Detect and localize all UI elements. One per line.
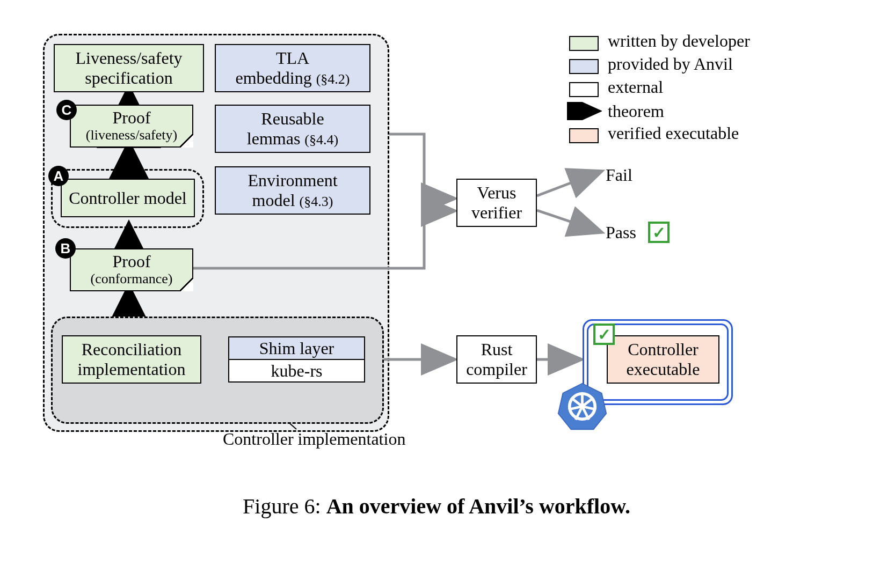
- controller-implementation-label: Controller implementation: [223, 429, 405, 449]
- badge-a: A: [48, 166, 69, 186]
- legend-text-theorem: theorem: [608, 101, 664, 121]
- kubers-text: kube-rs: [271, 361, 323, 381]
- controller-model-box: Controller model: [61, 179, 195, 217]
- tla-embedding: TLA embedding (§4.2): [215, 44, 370, 92]
- liveness-safety-spec: Liveness/safety specification: [54, 44, 204, 92]
- fail-label: Fail: [606, 165, 632, 185]
- kube-rs: kube-rs: [228, 359, 365, 383]
- reconcile-l2: implementation: [78, 359, 186, 379]
- legend-text-anvil: provided by Anvil: [608, 54, 733, 74]
- tla-line2: embedding (§4.2): [235, 68, 350, 88]
- liveness-spec-line2: specification: [85, 68, 172, 88]
- legend-swatch-developer: [569, 36, 599, 51]
- proof-conformance: Proof (conformance): [70, 248, 193, 291]
- legend-text-verified: verified executable: [608, 123, 739, 143]
- rust-l1: Rust: [481, 340, 513, 359]
- proof-ls-main: Proof: [71, 108, 192, 128]
- env-line1: Environment: [248, 171, 337, 190]
- executable-checkmark-icon: ✓: [593, 324, 615, 345]
- reconciliation-implementation: Reconciliation implementation: [62, 335, 201, 384]
- legend-swatch-external: [569, 82, 599, 97]
- legend-swatch-anvil: [569, 59, 599, 74]
- kubernetes-icon: [557, 381, 608, 432]
- legend-text-external: external: [608, 77, 663, 97]
- caption-bold: An overview of Anvil’s workflow.: [326, 494, 630, 518]
- verus-verifier: Verus verifier: [456, 179, 537, 227]
- reusable-lemmas: Reusable lemmas (§4.4): [215, 105, 370, 153]
- environment-model: Environment model (§4.3): [215, 166, 370, 215]
- svg-line-16: [537, 210, 600, 232]
- caption-prefix: Figure 6:: [243, 494, 326, 518]
- tla-line1: TLA: [276, 48, 309, 68]
- proof-conf-main: Proof: [71, 252, 192, 271]
- reconcile-l1: Reconciliation: [82, 340, 182, 359]
- lemmas-line2: lemmas (§4.4): [247, 129, 338, 149]
- exec-l1: Controller: [628, 340, 699, 359]
- rust-l2: compiler: [466, 359, 527, 379]
- lemmas-line1: Reusable: [261, 109, 324, 129]
- env-line2: model (§4.3): [252, 190, 333, 210]
- svg-line-15: [537, 172, 600, 196]
- pass-checkmark-icon: ✓: [648, 222, 670, 243]
- controller-model-text: Controller model: [69, 188, 187, 208]
- verus-l1: Verus: [477, 183, 516, 203]
- controller-executable: Controller executable: [607, 335, 719, 384]
- proof-ls-sub: (liveness/safety): [71, 127, 192, 143]
- shim-layer: Shim layer: [228, 336, 365, 360]
- badge-b: B: [55, 238, 76, 259]
- legend-swatch-verified: [569, 128, 599, 143]
- pass-label: Pass: [606, 223, 636, 242]
- legend-text-developer: written by developer: [608, 31, 750, 51]
- diagram-stage: Liveness/safety specification TLA embedd…: [0, 0, 873, 588]
- proof-liveness-safety: Proof (liveness/safety): [70, 105, 193, 148]
- legend-arrow-theorem-icon: [567, 102, 602, 120]
- rust-compiler: Rust compiler: [456, 335, 537, 384]
- liveness-spec-line1: Liveness/safety: [75, 48, 182, 68]
- shim-text: Shim layer: [259, 339, 334, 358]
- figure-caption: Figure 6: An overview of Anvil’s workflo…: [0, 494, 873, 519]
- proof-conf-sub: (conformance): [71, 271, 192, 287]
- badge-c: C: [56, 100, 77, 120]
- verus-l2: verifier: [471, 203, 522, 223]
- exec-l2: executable: [627, 359, 700, 379]
